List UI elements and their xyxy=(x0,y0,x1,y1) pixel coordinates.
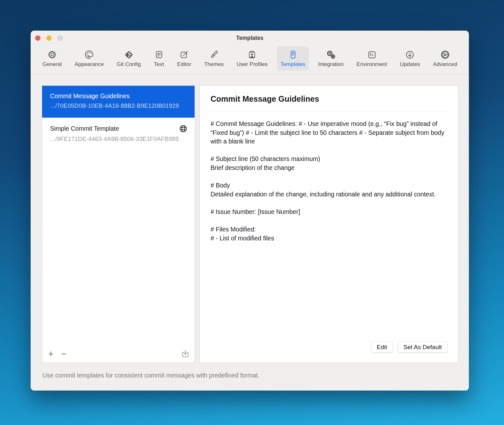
tab-label: Appearance xyxy=(75,61,104,68)
tab-git-config[interactable]: Git Config xyxy=(113,46,145,70)
template-list-item-commit-message-guidelines[interactable]: Commit Message Guidelines .../70E05D0B-1… xyxy=(42,86,195,118)
tab-updates[interactable]: Updates xyxy=(397,46,424,70)
preferences-toolbar: General Appearance xyxy=(31,45,469,74)
globe-icon xyxy=(179,124,188,133)
detail-actions: Edit Set As Default xyxy=(371,341,448,353)
tab-label: Updates xyxy=(400,61,420,68)
window-title: Templates xyxy=(31,35,469,41)
tab-themes[interactable]: Themes xyxy=(201,46,227,70)
template-document-icon xyxy=(288,49,298,61)
tab-label: Text xyxy=(154,61,164,68)
preferences-window: Templates General xyxy=(31,31,469,391)
template-item-path: .../70E05D0B-10EB-4A16-88B2-B9E120B01929 xyxy=(50,102,188,109)
import-template-icon[interactable] xyxy=(181,349,190,359)
toolbar-divider xyxy=(31,74,469,75)
template-list: Commit Message Guidelines .../70E05D0B-1… xyxy=(42,85,195,363)
tab-label: Environment xyxy=(357,61,387,68)
template-content: # Commit Message Guidelines: # - Use imp… xyxy=(211,120,449,243)
tab-environment[interactable]: Environment xyxy=(353,46,390,70)
tab-label: User Profiles xyxy=(237,61,268,68)
download-circle-icon xyxy=(404,49,415,61)
tab-label: Templates xyxy=(280,61,305,68)
gears-icon xyxy=(325,49,337,61)
tab-label: Editor xyxy=(177,61,191,68)
add-template-button[interactable]: + xyxy=(48,349,54,359)
gear-icon xyxy=(47,49,57,61)
tab-label: General xyxy=(42,61,62,68)
remove-template-button[interactable]: − xyxy=(61,349,67,359)
template-item-title: Simple Commit Template xyxy=(50,125,119,132)
tab-label: Advanced xyxy=(433,61,457,68)
set-as-default-button[interactable]: Set As Default xyxy=(398,341,448,353)
template-detail: Commit Message Guidelines # Commit Messa… xyxy=(199,85,458,363)
template-detail-title: Commit Message Guidelines xyxy=(211,94,448,104)
paintbrush-icon xyxy=(208,49,219,61)
tab-editor[interactable]: Editor xyxy=(174,46,195,70)
tab-user-profiles[interactable]: User Profiles xyxy=(233,46,271,70)
tab-appearance[interactable]: Appearance xyxy=(71,46,107,70)
tab-label: Integration xyxy=(318,61,344,68)
template-item-title: Commit Message Guidelines xyxy=(50,92,130,100)
tab-text[interactable]: Text xyxy=(150,46,168,70)
tab-advanced[interactable]: Advanced xyxy=(429,46,461,70)
id-card-icon xyxy=(247,49,257,61)
palette-icon xyxy=(84,49,95,61)
compose-icon xyxy=(179,49,189,61)
template-item-path: .../9FE171DE-4463-4A9B-8506-33E1F0AFB989 xyxy=(50,136,188,143)
tab-integration[interactable]: Integration xyxy=(315,46,347,70)
terminal-icon xyxy=(367,49,377,61)
footer-caption: Use commit templates for consistent comm… xyxy=(42,372,260,379)
detail-divider xyxy=(211,111,448,111)
git-branch-icon xyxy=(123,49,135,61)
tab-general[interactable]: General xyxy=(39,46,65,70)
advanced-gear-icon xyxy=(440,49,451,61)
tab-label: Themes xyxy=(204,61,224,68)
edit-button[interactable]: Edit xyxy=(371,341,393,353)
tab-templates[interactable]: Templates xyxy=(277,46,308,70)
tab-label: Git Config xyxy=(117,61,141,68)
template-list-footer: + − xyxy=(42,345,195,363)
text-document-icon xyxy=(154,49,164,61)
template-list-item-simple-commit-template[interactable]: Simple Commit Template .../9FE171DE-4463… xyxy=(42,118,195,150)
